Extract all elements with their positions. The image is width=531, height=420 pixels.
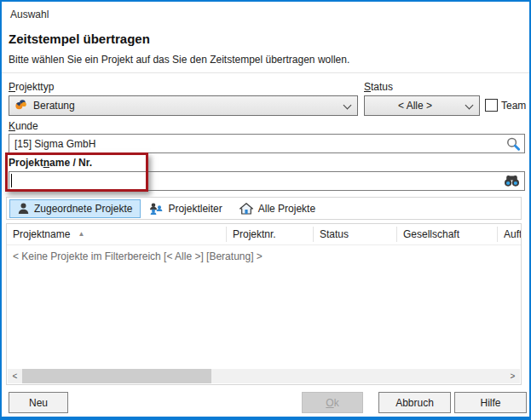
hilfe-button[interactable]: Hilfe (454, 392, 527, 413)
dialog-auswahl: Auswahl Zeitstempel übertragen Bitte wäh… (0, 0, 531, 420)
column-header-auftraggeber[interactable]: Auftra (504, 224, 521, 245)
text-caret (11, 174, 12, 187)
horizontal-scrollbar[interactable]: < > (8, 369, 520, 383)
kunde-label: Kunde (9, 120, 38, 132)
tab-zugeordnete-projekte[interactable]: Zugeordnete Projekte (9, 199, 141, 218)
column-header-gesellschaft[interactable]: Gesellschaft (403, 224, 493, 245)
tab-label: Zugeordnete Projekte (34, 203, 132, 215)
projektname-input[interactable] (9, 171, 525, 191)
tab-label: Alle Projekte (258, 203, 315, 215)
column-header-projektname[interactable]: Projektname▲ (13, 224, 222, 245)
tab-projektleiter[interactable]: Projektleiter (141, 199, 230, 218)
team-icon (149, 203, 163, 215)
neu-button[interactable]: Neu (9, 392, 68, 413)
page-subtitle: Bitte wählen Sie ein Projekt auf das Sie… (9, 54, 349, 66)
status-value: < Alle > (370, 100, 460, 112)
status-dropdown[interactable]: < Alle > (364, 95, 480, 116)
kunde-input[interactable] (9, 134, 525, 153)
header-underline (7, 245, 521, 245)
ok-button[interactable]: Ok (302, 392, 363, 413)
column-header-projektnr[interactable]: Projektnr. (233, 224, 309, 245)
person-icon (18, 203, 29, 215)
projektname-label: Projektname / Nr. (9, 157, 92, 169)
column-separator[interactable] (313, 227, 314, 242)
scroll-left-arrow-icon[interactable]: < (8, 369, 22, 383)
table-empty-message: < Keine Projekte im Filterbereich [< All… (13, 250, 263, 262)
column-separator[interactable] (226, 227, 227, 242)
project-type-icon (14, 98, 27, 113)
project-table: Projektname▲ Projektnr. Status Gesellsch… (6, 223, 522, 385)
tab-alle-projekte[interactable]: Alle Projekte (231, 199, 324, 218)
scroll-right-arrow-icon[interactable]: > (505, 369, 520, 383)
column-separator[interactable] (396, 227, 397, 242)
abbruch-button[interactable]: Abbruch (378, 392, 451, 413)
page-title: Zeitstempel übertragen (9, 32, 150, 46)
column-header-status[interactable]: Status (320, 224, 392, 245)
sort-ascending-icon: ▲ (78, 230, 84, 238)
projekttyp-label: Projekttyp (9, 81, 54, 93)
binoculars-icon[interactable] (504, 175, 520, 190)
scrollbar-thumb[interactable] (22, 369, 211, 383)
status-label: Status (364, 81, 393, 93)
project-view-tabbar: Zugeordnete Projekte Projektleiter (6, 197, 522, 220)
team-checkbox-label: Team (501, 100, 526, 112)
window-title: Auswahl (10, 9, 49, 20)
chevron-down-icon (465, 101, 474, 110)
chevron-down-icon (343, 101, 352, 110)
team-checkbox[interactable] (485, 99, 498, 112)
magnifier-icon[interactable] (505, 136, 521, 154)
home-icon (240, 203, 253, 215)
projekttyp-value: Beratung (33, 100, 338, 112)
projekttyp-dropdown[interactable]: Beratung (9, 95, 358, 116)
header-divider (2, 72, 529, 73)
tab-label: Projektleiter (168, 203, 222, 215)
column-separator[interactable] (497, 227, 498, 242)
